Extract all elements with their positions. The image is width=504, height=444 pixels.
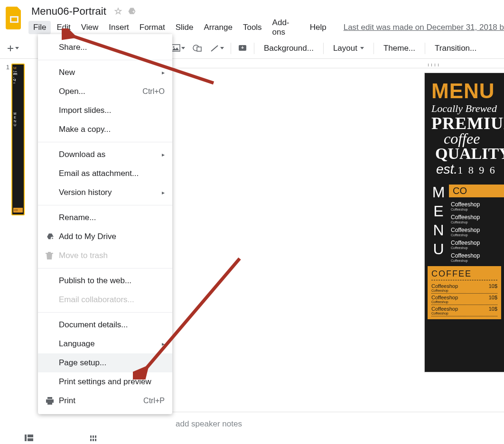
separator	[323, 43, 324, 54]
line-button[interactable]	[207, 41, 227, 56]
slide-content[interactable]: MENU Locally Brewed PREMIUM coffee QUALI…	[425, 73, 504, 372]
menu-tools[interactable]: Tools	[238, 21, 267, 34]
menu-list-item: CoffeeshopCoffeeshop	[449, 227, 504, 240]
menu-version-history[interactable]: Version history▸	[38, 183, 172, 202]
svg-text:+: +	[132, 9, 135, 14]
transition-button[interactable]: Transition...	[429, 44, 482, 53]
slide-number: 1	[3, 64, 9, 71]
svg-rect-9	[28, 435, 33, 437]
menu-copy[interactable]: Make a copy...	[38, 120, 172, 139]
menu-addons[interactable]: Add-ons	[268, 16, 304, 39]
slides-logo[interactable]	[4, 4, 25, 32]
menu-email-collaborators: Email collaborators...	[38, 290, 172, 309]
menu-new[interactable]: New▸	[38, 63, 172, 82]
menu-open[interactable]: Open...Ctrl+O	[38, 82, 172, 101]
comment-button[interactable]: +	[235, 41, 250, 56]
trash-icon	[46, 251, 59, 260]
slide-tagline: Locally Brewed	[425, 102, 504, 115]
svg-rect-12	[93, 435, 94, 438]
shape-button[interactable]	[190, 41, 205, 56]
slide-thumbnail[interactable]: M Loc PE c Q es MENU CO	[11, 64, 25, 215]
svg-rect-14	[90, 439, 92, 441]
menu-list-item: CoffeeshopCoffeeshop	[449, 201, 504, 214]
background-button[interactable]: Background...	[258, 44, 319, 53]
document-title[interactable]: Menu06-Portrait	[28, 4, 109, 18]
menu-rename[interactable]: Rename...	[38, 208, 172, 227]
menu-format[interactable]: Format	[135, 21, 170, 34]
menu-email-attachment[interactable]: Email as attachment...	[38, 164, 172, 183]
layout-button[interactable]: Layout	[327, 44, 370, 53]
menu-download[interactable]: Download as▸	[38, 145, 172, 164]
menu-help[interactable]: Help	[305, 21, 331, 34]
separator	[254, 43, 254, 54]
menu-list-item: CoffeeshopCoffeeshop	[449, 214, 504, 227]
svg-rect-13	[95, 435, 96, 438]
app-header: Menu06-Portrait + File Edit View Insert …	[0, 0, 504, 35]
section-title: COFFEE	[431, 269, 497, 280]
svg-rect-8	[25, 435, 27, 441]
menu-add-drive[interactable]: +Add to My Drive	[38, 227, 172, 246]
menu-view[interactable]: View	[76, 21, 103, 34]
menu-document-details[interactable]: Document details...	[38, 315, 172, 334]
drive-add-icon: +	[46, 232, 59, 241]
svg-rect-10	[28, 438, 33, 441]
menu-file[interactable]: File	[28, 21, 51, 34]
bottom-bar	[0, 434, 504, 444]
grid-view-icon[interactable]	[25, 435, 33, 443]
menu-print[interactable]: PrintCtrl+P	[38, 391, 172, 410]
svg-line-5	[211, 46, 218, 51]
separator	[425, 43, 425, 54]
separator	[38, 60, 172, 60]
menu-list-item: CoffeeshopCoffeeshop	[449, 240, 504, 252]
svg-rect-15	[93, 439, 94, 441]
menu-trash: Move to trash	[38, 246, 172, 265]
file-menu-dropdown: Share... New▸ Open...Ctrl+O Import slide…	[38, 34, 172, 414]
slide-text: est.1 8 9 6	[425, 162, 504, 177]
separator	[38, 312, 172, 313]
section-item: CoffeeshopCoffeeshop10$	[431, 305, 497, 316]
menu-list-item: CoffeeshopCoffeeshop	[449, 252, 504, 265]
menu-edit[interactable]: Edit	[52, 21, 75, 34]
drive-icon[interactable]: +	[127, 7, 137, 16]
filmstrip-view-icon[interactable]	[90, 435, 99, 443]
menu-import[interactable]: Import slides...	[38, 101, 172, 120]
slide-text: PREMIUM	[425, 115, 504, 132]
slide-text: QUALITY	[425, 146, 504, 162]
separator	[38, 268, 172, 268]
svg-rect-11	[90, 435, 92, 438]
section-item: CoffeeshopCoffeeshop10$	[431, 294, 497, 305]
new-slide-button[interactable]	[4, 41, 22, 56]
slide-title: MENU	[425, 73, 504, 102]
menu-print-settings[interactable]: Print settings and preview	[38, 372, 172, 391]
svg-rect-4	[197, 47, 201, 51]
svg-point-2	[173, 46, 175, 47]
separator	[231, 43, 231, 54]
menu-language[interactable]: Language▸	[38, 334, 172, 353]
menu-publish[interactable]: Publish to the web...	[38, 271, 172, 290]
menu-bar: File Edit View Insert Format Slide Arran…	[28, 20, 504, 35]
menu-arrange[interactable]: Arrange	[199, 21, 237, 34]
speaker-notes[interactable]: add speaker notes	[43, 412, 504, 435]
theme-button[interactable]: Theme...	[378, 44, 421, 53]
slide-banner: CO	[449, 185, 504, 197]
menu-slide[interactable]: Slide	[171, 21, 198, 34]
last-edit-link[interactable]: Last edit was made on December 31, 2018 …	[344, 23, 504, 32]
section-item: CoffeeshopCoffeeshop10$	[431, 282, 497, 294]
menu-insert[interactable]: Insert	[104, 21, 134, 34]
svg-text:+: +	[52, 237, 54, 240]
svg-text:+: +	[241, 45, 244, 50]
slide-section: COFFEE CoffeeshopCoffeeshop10$ Coffeesho…	[428, 266, 501, 319]
svg-rect-16	[95, 439, 96, 441]
slide-vertical-label: MENU	[425, 182, 449, 265]
menu-page-setup[interactable]: Page setup...	[38, 353, 172, 372]
separator	[373, 43, 374, 54]
separator	[38, 205, 172, 205]
star-icon[interactable]	[114, 7, 122, 16]
filmstrip: 1 M Loc PE c Q es MENU CO	[0, 59, 43, 441]
menu-share[interactable]: Share...	[38, 38, 172, 57]
separator	[38, 142, 172, 142]
print-icon	[46, 397, 59, 405]
slide-text: coffee	[425, 132, 504, 146]
